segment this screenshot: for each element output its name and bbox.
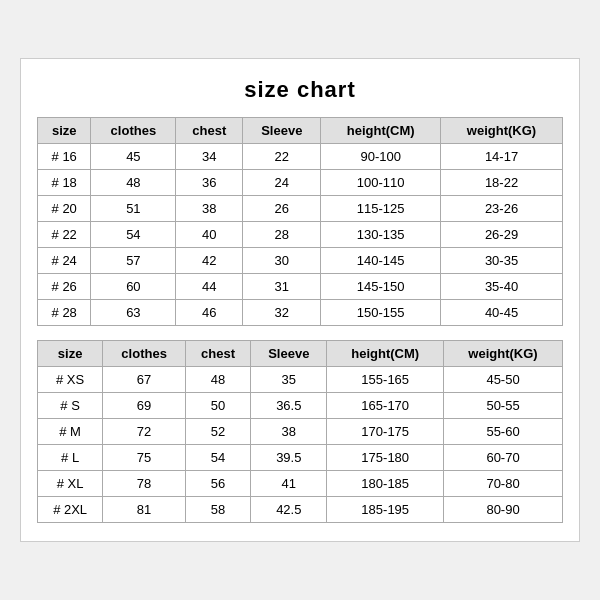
table-cell: 115-125 [321,196,441,222]
table-cell: 45 [91,144,176,170]
table-cell: 81 [103,497,186,523]
table-cell: 58 [185,497,250,523]
size-table-1: sizeclotheschestSleeveheight(CM)weight(K… [37,117,563,326]
table-cell: 67 [103,367,186,393]
table-row: # L755439.5175-18060-70 [38,445,563,471]
table-cell: # S [38,393,103,419]
table1-header: sizeclotheschestSleeveheight(CM)weight(K… [38,118,563,144]
table-cell: 34 [176,144,243,170]
table-cell: 56 [185,471,250,497]
table-cell: 63 [91,300,176,326]
table-row: # 24574230140-14530-35 [38,248,563,274]
table-row: # 26604431145-15035-40 [38,274,563,300]
table-cell: 39.5 [251,445,327,471]
table-row: # S695036.5165-17050-55 [38,393,563,419]
table-cell: 31 [243,274,321,300]
table-cell: # 2XL [38,497,103,523]
table-cell: 35 [251,367,327,393]
table-cell: 100-110 [321,170,441,196]
table-row: # XS674835155-16545-50 [38,367,563,393]
table2-header: sizeclotheschestSleeveheight(CM)weight(K… [38,341,563,367]
table-cell: # XS [38,367,103,393]
table-row: # 20513826115-12523-26 [38,196,563,222]
table-cell: 46 [176,300,243,326]
table-cell: 41 [251,471,327,497]
table-row: # 1645342290-10014-17 [38,144,563,170]
table-cell: 42 [176,248,243,274]
table-cell: 180-185 [327,471,444,497]
table-cell: # 18 [38,170,91,196]
table-cell: 48 [91,170,176,196]
table-cell: 48 [185,367,250,393]
table-cell: 52 [185,419,250,445]
table-cell: 18-22 [441,170,563,196]
table-row: # XL785641180-18570-80 [38,471,563,497]
table2-header-row: sizeclotheschestSleeveheight(CM)weight(K… [38,341,563,367]
table-cell: 75 [103,445,186,471]
table-row: # 28634632150-15540-45 [38,300,563,326]
table2-header-cell: weight(KG) [444,341,563,367]
table-cell: 24 [243,170,321,196]
table1-body: # 1645342290-10014-17# 18483624100-11018… [38,144,563,326]
table-cell: 38 [176,196,243,222]
table-cell: # 24 [38,248,91,274]
table-cell: 28 [243,222,321,248]
table1-header-cell: Sleeve [243,118,321,144]
table-cell: 14-17 [441,144,563,170]
table1-header-cell: height(CM) [321,118,441,144]
table-cell: 170-175 [327,419,444,445]
table-cell: 90-100 [321,144,441,170]
table2-body: # XS674835155-16545-50# S695036.5165-170… [38,367,563,523]
table-row: # 22544028130-13526-29 [38,222,563,248]
table-cell: 54 [91,222,176,248]
table-cell: 51 [91,196,176,222]
table-cell: 70-80 [444,471,563,497]
table-cell: 40-45 [441,300,563,326]
table-cell: 36.5 [251,393,327,419]
table-cell: 42.5 [251,497,327,523]
table-cell: # 20 [38,196,91,222]
table-cell: 23-26 [441,196,563,222]
table1-header-cell: clothes [91,118,176,144]
size-table-2: sizeclotheschestSleeveheight(CM)weight(K… [37,340,563,523]
table-cell: 38 [251,419,327,445]
table-cell: # 16 [38,144,91,170]
table-cell: 145-150 [321,274,441,300]
table2-header-cell: size [38,341,103,367]
table-cell: 175-180 [327,445,444,471]
table-cell: 26 [243,196,321,222]
table-cell: 32 [243,300,321,326]
table2-header-cell: chest [185,341,250,367]
table-cell: 155-165 [327,367,444,393]
table-cell: 30 [243,248,321,274]
table-cell: 150-155 [321,300,441,326]
table-cell: 55-60 [444,419,563,445]
table-cell: 40 [176,222,243,248]
table-cell: 60 [91,274,176,300]
table-cell: 69 [103,393,186,419]
table-row: # 2XL815842.5185-19580-90 [38,497,563,523]
table-cell: 36 [176,170,243,196]
chart-title: size chart [37,77,563,103]
table-cell: 185-195 [327,497,444,523]
table-cell: 60-70 [444,445,563,471]
table-cell: # XL [38,471,103,497]
table-row: # M725238170-17555-60 [38,419,563,445]
table-cell: 35-40 [441,274,563,300]
table-cell: 165-170 [327,393,444,419]
table-cell: 130-135 [321,222,441,248]
table2-header-cell: Sleeve [251,341,327,367]
table-cell: 140-145 [321,248,441,274]
table-cell: # 26 [38,274,91,300]
table-cell: 54 [185,445,250,471]
table1-header-cell: chest [176,118,243,144]
size-chart-card: size chart sizeclotheschestSleeveheight(… [20,58,580,542]
table-cell: 80-90 [444,497,563,523]
table-cell: 26-29 [441,222,563,248]
table-cell: 72 [103,419,186,445]
table1-header-cell: weight(KG) [441,118,563,144]
table-cell: 44 [176,274,243,300]
table-cell: 78 [103,471,186,497]
table2-header-cell: height(CM) [327,341,444,367]
table-cell: # 22 [38,222,91,248]
